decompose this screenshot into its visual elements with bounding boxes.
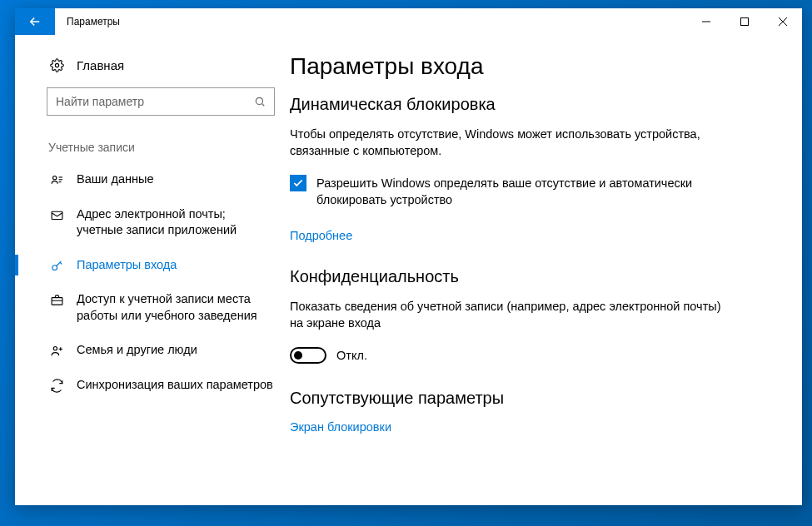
dynamic-lock-checkbox-row: Разрешить Windows определять ваше отсутс… [290, 175, 723, 209]
privacy-toggle-row: Откл. [290, 347, 772, 364]
search-container [15, 81, 290, 136]
back-button[interactable] [15, 8, 55, 35]
svg-point-4 [55, 63, 58, 67]
sidebar-item-signin-options[interactable]: Параметры входа [15, 248, 290, 283]
main-panel: Параметры входа Динамическая блокировка … [290, 35, 802, 505]
svg-rect-11 [52, 211, 62, 219]
people-add-icon [48, 344, 65, 358]
sidebar-item-label: Синхронизация ваших параметров [77, 377, 273, 394]
sidebar-item-label: Адрес электронной почты; учетные записи … [77, 206, 273, 239]
sidebar-item-email-accounts[interactable]: Адрес электронной почты; учетные записи … [15, 197, 290, 248]
learn-more-link[interactable]: Подробнее [290, 229, 352, 242]
content-area: Главная Учетные записи Ваши данные Адрес… [15, 35, 802, 505]
svg-point-7 [52, 176, 56, 180]
svg-rect-1 [741, 18, 749, 26]
settings-window: Параметры Главная [15, 8, 802, 505]
titlebar: Параметры [15, 8, 802, 35]
window-controls [687, 8, 802, 35]
window-title: Параметры [55, 8, 132, 35]
sidebar-item-label: Параметры входа [77, 257, 177, 274]
sidebar-item-work-access[interactable]: Доступ к учетной записи места работы или… [15, 282, 290, 333]
toggle-knob [294, 351, 302, 360]
dynamic-lock-checkbox[interactable] [290, 175, 306, 191]
privacy-heading: Конфиденциальность [290, 267, 772, 286]
sidebar-item-label: Семья и другие люди [77, 342, 197, 359]
sidebar-item-label: Ваши данные [77, 171, 154, 188]
briefcase-icon [48, 293, 65, 307]
sync-icon [48, 379, 65, 393]
page-title: Параметры входа [290, 53, 772, 80]
svg-rect-13 [52, 298, 62, 305]
gear-icon [48, 58, 65, 72]
minimize-button[interactable] [687, 8, 725, 35]
sidebar-item-family[interactable]: Семья и другие люди [15, 333, 290, 368]
sidebar-item-your-info[interactable]: Ваши данные [15, 162, 290, 197]
search-icon [246, 96, 274, 107]
maximize-button[interactable] [725, 8, 764, 35]
dynamic-lock-checkbox-label: Разрешить Windows определять ваше отсутс… [316, 175, 723, 209]
sidebar: Главная Учетные записи Ваши данные Адрес… [15, 35, 290, 505]
dynamic-lock-heading: Динамическая блокировка [290, 95, 772, 114]
svg-point-12 [52, 265, 57, 270]
search-box[interactable] [47, 87, 275, 116]
section-header: Учетные записи [15, 136, 290, 162]
svg-point-5 [256, 97, 262, 104]
svg-point-14 [53, 347, 57, 350]
search-input[interactable] [47, 95, 246, 108]
svg-line-6 [262, 103, 264, 106]
sidebar-item-sync[interactable]: Синхронизация ваших параметров [15, 368, 290, 403]
privacy-toggle[interactable] [290, 347, 326, 364]
privacy-desc: Показать сведения об учетной записи (нап… [290, 298, 723, 332]
person-card-icon [48, 173, 65, 187]
close-button[interactable] [764, 8, 802, 35]
sidebar-item-label: Доступ к учетной записи места работы или… [77, 291, 273, 324]
privacy-toggle-label: Откл. [336, 349, 367, 362]
home-label: Главная [77, 58, 124, 72]
related-heading: Сопутствующие параметры [290, 389, 772, 408]
lock-screen-link[interactable]: Экран блокировки [290, 420, 391, 434]
home-nav[interactable]: Главная [15, 50, 290, 81]
key-icon [48, 259, 65, 273]
mail-icon [48, 208, 65, 222]
dynamic-lock-desc: Чтобы определять отсутствие, Windows мож… [290, 126, 723, 160]
